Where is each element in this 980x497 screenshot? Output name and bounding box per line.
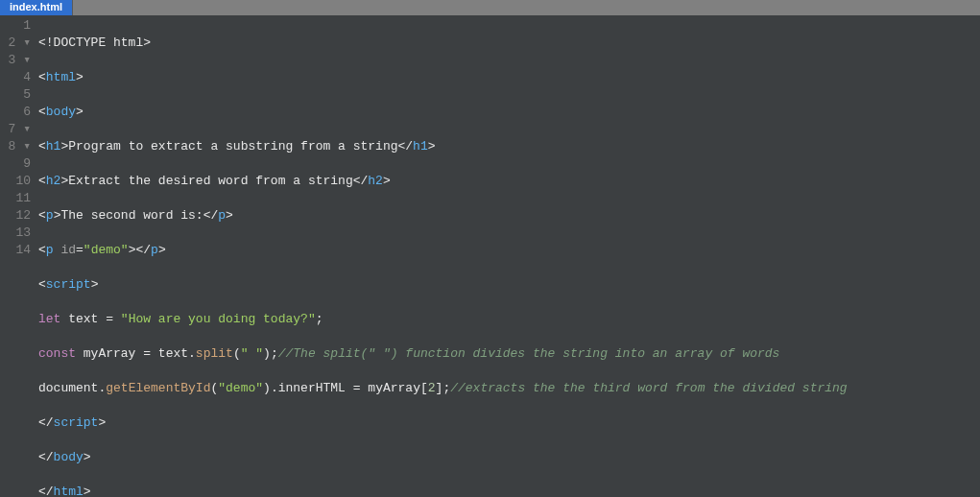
line-number: 3 ▾ bbox=[0, 52, 31, 69]
line-number: 12 bbox=[0, 207, 31, 225]
code-line: document.getElementById("demo").innerHTM… bbox=[38, 380, 980, 397]
line-number: 7 ▾ bbox=[0, 121, 31, 138]
code-line: <h2>Extract the desired word from a stri… bbox=[38, 173, 980, 190]
code-line: </script> bbox=[38, 414, 980, 432]
line-number: 13 bbox=[0, 225, 31, 242]
line-number: 6 bbox=[0, 104, 31, 121]
file-tab-index[interactable]: index.html bbox=[0, 0, 73, 15]
tab-bar: index.html bbox=[0, 0, 980, 15]
code-line: <script> bbox=[38, 276, 980, 294]
code-line: <body> bbox=[38, 104, 980, 121]
line-number: 14 bbox=[0, 242, 31, 259]
code-line: <h1>Program to extract a substring from … bbox=[38, 138, 980, 155]
fold-indicator-icon[interactable]: ▾ bbox=[15, 139, 31, 154]
code-line: <html> bbox=[38, 69, 980, 86]
line-number: 4 bbox=[0, 69, 31, 86]
editor-panel: index.html 1 2 ▾ 3 ▾ 4 5 6 7 ▾ 8 ▾ 9 10 … bbox=[0, 0, 980, 497]
fold-indicator-icon[interactable]: ▾ bbox=[15, 53, 31, 67]
code-content[interactable]: <!DOCTYPE html> <html> <body> <h1>Progra… bbox=[38, 17, 980, 497]
code-line: <!DOCTYPE html> bbox=[38, 35, 980, 52]
line-gutter: 1 2 ▾ 3 ▾ 4 5 6 7 ▾ 8 ▾ 9 10 11 12 13 14 bbox=[0, 17, 38, 497]
line-number: 11 bbox=[0, 190, 31, 207]
code-line: </html> bbox=[38, 484, 980, 497]
code-line: <p>The second word is:</p> bbox=[38, 207, 980, 225]
code-line: const myArray = text.split(" ");//The sp… bbox=[38, 345, 980, 363]
line-number: 1 bbox=[0, 17, 31, 35]
code-line: let text = "How are you doing today?"; bbox=[38, 311, 980, 328]
line-number: 2 ▾ bbox=[0, 35, 31, 52]
line-number: 10 bbox=[0, 173, 31, 190]
line-number: 9 bbox=[0, 155, 31, 173]
code-editor[interactable]: 1 2 ▾ 3 ▾ 4 5 6 7 ▾ 8 ▾ 9 10 11 12 13 14… bbox=[0, 15, 980, 497]
line-number: 5 bbox=[0, 86, 31, 104]
code-line: </body> bbox=[38, 449, 980, 466]
fold-indicator-icon[interactable]: ▾ bbox=[15, 122, 31, 136]
line-number: 8 ▾ bbox=[0, 138, 31, 155]
fold-indicator-icon[interactable]: ▾ bbox=[15, 36, 31, 50]
code-line: <p id="demo"></p> bbox=[38, 242, 980, 259]
